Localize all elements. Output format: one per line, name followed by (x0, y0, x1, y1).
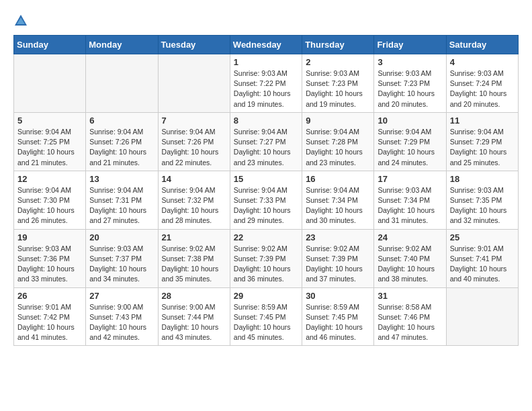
calendar-day: 17Sunrise: 9:03 AM Sunset: 7:34 PM Dayli… (374, 171, 446, 229)
calendar-week-row: 12Sunrise: 9:04 AM Sunset: 7:30 PM Dayli… (14, 171, 519, 229)
calendar-day: 29Sunrise: 8:59 AM Sunset: 7:45 PM Dayli… (230, 287, 302, 346)
day-number: 4 (450, 57, 515, 67)
calendar-day: 6Sunrise: 9:04 AM Sunset: 7:26 PM Daylig… (86, 112, 158, 171)
day-info: Sunrise: 9:04 AM Sunset: 7:25 PM Dayligh… (17, 127, 82, 168)
calendar-day: 15Sunrise: 9:04 AM Sunset: 7:33 PM Dayli… (230, 171, 302, 229)
day-number: 17 (378, 174, 442, 184)
day-number: 3 (378, 57, 442, 67)
day-number: 18 (450, 174, 515, 184)
calendar-day: 24Sunrise: 9:02 AM Sunset: 7:40 PM Dayli… (374, 229, 446, 287)
day-info: Sunrise: 9:04 AM Sunset: 7:34 PM Dayligh… (306, 185, 370, 226)
day-info: Sunrise: 9:03 AM Sunset: 7:34 PM Dayligh… (378, 185, 442, 226)
calendar-day: 22Sunrise: 9:02 AM Sunset: 7:39 PM Dayli… (230, 229, 302, 287)
day-info: Sunrise: 8:58 AM Sunset: 7:46 PM Dayligh… (378, 302, 442, 343)
day-number: 15 (234, 174, 298, 184)
day-of-week-header: Friday (374, 36, 446, 54)
calendar-empty-day (14, 54, 86, 113)
calendar-day: 11Sunrise: 9:04 AM Sunset: 7:29 PM Dayli… (446, 112, 518, 171)
calendar-day: 20Sunrise: 9:03 AM Sunset: 7:37 PM Dayli… (86, 229, 158, 287)
calendar-week-row: 1Sunrise: 9:03 AM Sunset: 7:22 PM Daylig… (14, 54, 519, 113)
day-number: 12 (17, 174, 82, 184)
day-info: Sunrise: 9:00 AM Sunset: 7:43 PM Dayligh… (89, 302, 154, 343)
day-of-week-header: Saturday (446, 36, 518, 54)
calendar-day: 19Sunrise: 9:03 AM Sunset: 7:36 PM Dayli… (14, 229, 86, 287)
day-info: Sunrise: 9:03 AM Sunset: 7:37 PM Dayligh… (89, 244, 154, 285)
calendar-empty-day (158, 54, 230, 113)
day-info: Sunrise: 9:04 AM Sunset: 7:28 PM Dayligh… (306, 127, 370, 168)
day-info: Sunrise: 9:02 AM Sunset: 7:39 PM Dayligh… (234, 244, 298, 285)
day-info: Sunrise: 9:03 AM Sunset: 7:35 PM Dayligh… (450, 185, 515, 226)
day-number: 30 (306, 291, 370, 301)
day-info: Sunrise: 9:04 AM Sunset: 7:31 PM Dayligh… (89, 185, 154, 226)
day-number: 2 (306, 57, 370, 67)
day-info: Sunrise: 9:04 AM Sunset: 7:29 PM Dayligh… (378, 127, 442, 168)
calendar-day: 25Sunrise: 9:01 AM Sunset: 7:41 PM Dayli… (446, 229, 518, 287)
calendar-week-row: 19Sunrise: 9:03 AM Sunset: 7:36 PM Dayli… (14, 229, 519, 287)
day-info: Sunrise: 9:04 AM Sunset: 7:26 PM Dayligh… (89, 127, 154, 168)
day-info: Sunrise: 8:59 AM Sunset: 7:45 PM Dayligh… (306, 302, 370, 343)
calendar-day: 16Sunrise: 9:04 AM Sunset: 7:34 PM Dayli… (302, 171, 374, 229)
day-number: 24 (378, 232, 442, 242)
day-info: Sunrise: 9:02 AM Sunset: 7:39 PM Dayligh… (306, 244, 370, 285)
calendar-day: 2Sunrise: 9:03 AM Sunset: 7:23 PM Daylig… (302, 54, 374, 113)
calendar-empty-day (446, 287, 518, 346)
day-info: Sunrise: 9:03 AM Sunset: 7:24 PM Dayligh… (450, 68, 515, 109)
day-info: Sunrise: 9:04 AM Sunset: 7:33 PM Dayligh… (234, 185, 298, 226)
calendar-day: 3Sunrise: 9:03 AM Sunset: 7:23 PM Daylig… (374, 54, 446, 113)
calendar-week-row: 26Sunrise: 9:01 AM Sunset: 7:42 PM Dayli… (14, 287, 519, 346)
calendar-empty-day (86, 54, 158, 113)
calendar-day: 8Sunrise: 9:04 AM Sunset: 7:27 PM Daylig… (230, 112, 302, 171)
day-number: 25 (450, 232, 515, 242)
calendar-day: 23Sunrise: 9:02 AM Sunset: 7:39 PM Dayli… (302, 229, 374, 287)
day-info: Sunrise: 9:04 AM Sunset: 7:29 PM Dayligh… (450, 127, 515, 168)
logo-icon (13, 13, 28, 28)
day-info: Sunrise: 8:59 AM Sunset: 7:45 PM Dayligh… (234, 302, 298, 343)
day-number: 9 (306, 116, 370, 126)
calendar-day: 1Sunrise: 9:03 AM Sunset: 7:22 PM Daylig… (230, 54, 302, 113)
day-info: Sunrise: 9:04 AM Sunset: 7:27 PM Dayligh… (234, 127, 298, 168)
day-info: Sunrise: 9:01 AM Sunset: 7:42 PM Dayligh… (17, 302, 82, 343)
day-of-week-header: Thursday (302, 36, 374, 54)
day-number: 27 (89, 291, 154, 301)
calendar-day: 21Sunrise: 9:02 AM Sunset: 7:38 PM Dayli… (158, 229, 230, 287)
day-info: Sunrise: 9:02 AM Sunset: 7:38 PM Dayligh… (162, 244, 226, 285)
day-number: 6 (89, 116, 154, 126)
day-info: Sunrise: 9:03 AM Sunset: 7:22 PM Dayligh… (234, 68, 298, 109)
calendar-day: 9Sunrise: 9:04 AM Sunset: 7:28 PM Daylig… (302, 112, 374, 171)
day-info: Sunrise: 9:00 AM Sunset: 7:44 PM Dayligh… (162, 302, 226, 343)
day-info: Sunrise: 9:01 AM Sunset: 7:41 PM Dayligh… (450, 244, 515, 285)
calendar-table: SundayMondayTuesdayWednesdayThursdayFrid… (13, 35, 519, 346)
day-of-week-header: Sunday (14, 36, 86, 54)
day-of-week-header: Tuesday (158, 36, 230, 54)
day-info: Sunrise: 9:03 AM Sunset: 7:23 PM Dayligh… (378, 68, 442, 109)
day-number: 1 (234, 57, 298, 67)
day-number: 11 (450, 116, 515, 126)
calendar-day: 18Sunrise: 9:03 AM Sunset: 7:35 PM Dayli… (446, 171, 518, 229)
calendar-day: 30Sunrise: 8:59 AM Sunset: 7:45 PM Dayli… (302, 287, 374, 346)
logo (13, 13, 31, 28)
calendar-day: 7Sunrise: 9:04 AM Sunset: 7:26 PM Daylig… (158, 112, 230, 171)
calendar-day: 12Sunrise: 9:04 AM Sunset: 7:30 PM Dayli… (14, 171, 86, 229)
day-number: 16 (306, 174, 370, 184)
calendar-day: 5Sunrise: 9:04 AM Sunset: 7:25 PM Daylig… (14, 112, 86, 171)
day-number: 21 (162, 232, 226, 242)
calendar-day: 27Sunrise: 9:00 AM Sunset: 7:43 PM Dayli… (86, 287, 158, 346)
calendar-week-row: 5Sunrise: 9:04 AM Sunset: 7:25 PM Daylig… (14, 112, 519, 171)
day-number: 13 (89, 174, 154, 184)
day-number: 19 (17, 232, 82, 242)
day-number: 22 (234, 232, 298, 242)
day-info: Sunrise: 9:03 AM Sunset: 7:23 PM Dayligh… (306, 68, 370, 109)
page-header (13, 13, 519, 28)
day-number: 10 (378, 116, 442, 126)
day-info: Sunrise: 9:04 AM Sunset: 7:26 PM Dayligh… (162, 127, 226, 168)
day-number: 14 (162, 174, 226, 184)
day-number: 28 (162, 291, 226, 301)
calendar-day: 10Sunrise: 9:04 AM Sunset: 7:29 PM Dayli… (374, 112, 446, 171)
day-of-week-header: Wednesday (230, 36, 302, 54)
day-info: Sunrise: 9:03 AM Sunset: 7:36 PM Dayligh… (17, 244, 82, 285)
day-number: 20 (89, 232, 154, 242)
day-of-week-header: Monday (86, 36, 158, 54)
day-number: 29 (234, 291, 298, 301)
day-number: 8 (234, 116, 298, 126)
calendar-header-row: SundayMondayTuesdayWednesdayThursdayFrid… (14, 36, 519, 54)
